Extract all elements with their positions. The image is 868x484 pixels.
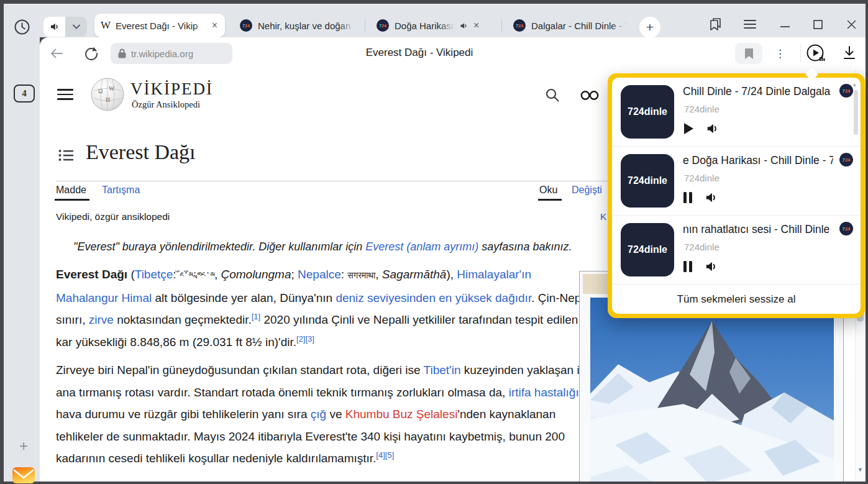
back-button[interactable] [48,46,65,61]
wikipedia-favicon: W [101,19,111,32]
tab-audio-split-button[interactable] [43,17,87,37]
tab-everest[interactable]: W Everest Dağı - Vikip × [94,14,225,37]
speaker-icon[interactable] [706,122,720,135]
paragraph-2: Zirveye biri Nepal'in güneydoğusundan çı… [56,359,594,470]
sidebar-add-button[interactable]: + [15,438,32,454]
truncated-link[interactable]: K [600,211,606,222]
724dinle-favicon: 724 [377,19,389,32]
audio-site-name: 724dinle [684,242,720,252]
close-tab-icon[interactable]: × [472,21,480,30]
close-icon [847,20,856,29]
close-tab-icon[interactable]: × [211,21,219,30]
search-icon [545,88,560,103]
navigation-toolbar: tr.wikipedia.org Everest Dağı - Vikipedi… [40,37,866,70]
pause-icon[interactable] [683,191,693,204]
audio-tab-row[interactable]: 724dinle e Doğa Harikası - Chill Dinle -… [612,147,861,216]
svg-text:Ω: Ω [98,88,103,94]
audio-title: Chill Dinle - 7/24 Dinle Dalgala [683,85,833,100]
audio-thumbnail: 724dinle [621,154,674,208]
mute-tab-button[interactable] [43,17,65,37]
media-player-button[interactable] [805,43,826,64]
tab-dalgalar[interactable]: 724 Dalgalar - Chill Dinle - 7 [508,14,633,37]
url-text: tr.wikipedia.org [131,48,193,59]
play-icon[interactable] [683,122,694,135]
wiki-main-menu-button[interactable] [57,89,73,100]
omnibox-menu-button[interactable]: ⋮ [773,45,788,62]
speaker-icon[interactable] [705,191,719,204]
plus-icon: + [19,437,28,455]
audio-tab-row[interactable]: 724dinle nın rahatlatıcı sesi - Chill Di… [612,216,861,285]
audio-thumbnail: 724dinle [621,223,674,276]
wiki-tab-article[interactable]: Madde [56,185,86,196]
tab-strip: W Everest Dağı - Vikip × 724 Nehir, kuşl… [4,4,866,37]
plus-icon: + [646,20,654,35]
mute-all-tabs-button[interactable]: Tüm sekmeleri sessize al [612,285,861,314]
audio-site-name: 724dinle [684,173,720,183]
chevron-down-icon [73,24,80,29]
tab-groups-button[interactable] [708,16,724,32]
wiki-wordmark[interactable]: VİKİPEDİ [130,80,213,99]
svg-text:W: W [109,85,115,92]
browser-menu-button[interactable] [742,16,758,32]
download-icon [843,46,856,60]
tab-stacks-icon [709,17,723,32]
tab-separator [365,20,365,32]
paragraph-1: Everest Dağı (Tibetçe: ཇོ་མོ་གླང་མ, Çomo… [56,263,594,353]
kebab-icon: ⋮ [775,47,786,60]
724dinle-favicon: 724 [839,153,853,167]
audio-tab-row[interactable]: 724dinle Chill Dinle - 7/24 Dinle Dalgal… [612,78,861,147]
browser-window: W Everest Dağı - Vikip × 724 Nehir, kuşl… [0,0,868,484]
speaker-icon [49,21,60,32]
mute-dropdown-button[interactable] [65,17,87,37]
tab-label: Dalgalar - Chill Dinle - 7 [531,21,628,31]
svg-text:И: И [106,96,110,103]
mail-button[interactable] [12,466,35,484]
wiki-tab-talk[interactable]: Tartışma [102,185,140,196]
article-title: Everest Dağı [86,140,196,164]
read-tab-underline [538,199,562,201]
history-clock-button[interactable] [14,19,30,38]
audio-title: nın rahatlatıcı sesi - Chill Dinle [683,223,833,238]
maximize-icon [813,20,823,29]
724dinle-favicon: 724 [839,222,853,235]
wiki-tab-edit[interactable]: Değişti [572,185,602,196]
new-tab-button[interactable]: + [639,17,660,38]
reload-button[interactable] [83,45,99,61]
wiki-appearance-button[interactable] [579,89,600,101]
site-identity-chip[interactable]: tr.wikipedia.org [111,43,232,64]
tab-counter-button[interactable]: 4 [14,84,35,103]
list-toc-icon [58,149,73,162]
audio-tabs-popup: 724dinle Chill Dinle - 7/24 Dinle Dalgal… [612,78,861,314]
clock-icon [14,19,30,35]
mail-envelope-icon [12,466,35,484]
tab-label: Everest Dağı - Vikip [116,21,211,31]
speaker-icon[interactable] [705,260,719,273]
downloads-button[interactable] [841,45,857,61]
tab-audible-speaker-icon[interactable] [459,21,468,30]
minimize-icon [780,25,790,28]
tab-doga-harikasi[interactable]: 724 Doğa Harikası - C × [372,14,500,37]
toolbar-separator [800,45,801,62]
audio-title: e Doğa Harikası - Chill Dinle - 7 [683,154,833,169]
wiki-tab-read[interactable]: Oku [539,185,557,196]
close-window-button[interactable] [843,16,859,32]
724dinle-favicon: 724 [240,19,252,32]
bookmark-button[interactable] [735,43,762,64]
wiki-search-button[interactable] [544,87,560,103]
wiki-tagline: Özgür Ansiklopedi [132,99,200,110]
bookmark-flag-icon [744,48,754,60]
minimize-button[interactable] [777,19,793,35]
hatnote: "Everest" buraya yönlendirilmektedir. Di… [73,237,620,256]
left-sidebar: 4 + [4,37,40,482]
toc-button[interactable] [58,149,73,164]
maximize-button[interactable] [810,16,826,32]
omnibox-page-title[interactable]: Everest Dağı - Vikipedi [273,47,565,59]
popup-scrollbar-thumb[interactable] [854,90,858,135]
pause-icon[interactable] [683,260,693,273]
scroll-down-icon[interactable]: ▼ [857,467,864,472]
tab-nehir[interactable]: 724 Nehir, kuşlar ve doğan [234,14,361,37]
popup-scroll-up-icon[interactable]: ▲ [852,81,857,88]
everest-photo[interactable] [590,298,834,482]
wikipedia-logo[interactable]: Ω W И [90,77,125,114]
audio-thumbnail: 724dinle [621,85,674,139]
